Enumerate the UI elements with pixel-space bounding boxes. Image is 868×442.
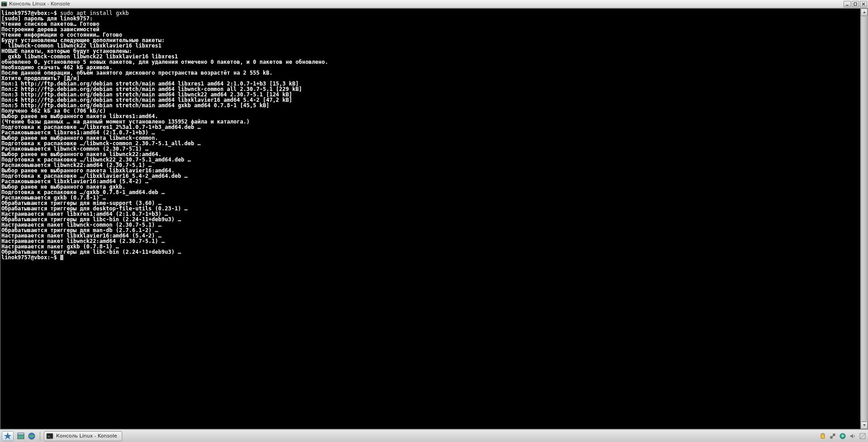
- quicklaunch: [16, 432, 36, 441]
- cursor-icon: [60, 255, 63, 260]
- prompt-path: ~: [50, 254, 53, 261]
- quicklaunch-browser-icon[interactable]: [27, 432, 36, 441]
- tray-show-desktop-icon[interactable]: [859, 432, 866, 440]
- scroll-thumb[interactable]: [861, 16, 867, 422]
- tray-network-icon[interactable]: [829, 432, 836, 440]
- taskbar-task-konsole[interactable]: >_ Консоль Linux - Konsole: [44, 431, 122, 441]
- start-button[interactable]: [2, 431, 14, 441]
- svg-text:>_: >_: [47, 435, 52, 438]
- taskbar: >_ Консоль Linux - Konsole: [0, 429, 868, 442]
- maximize-button[interactable]: [852, 1, 859, 7]
- terminal-output: [sudo] пароль для linok9757: Чтение спис…: [1, 15, 328, 255]
- quicklaunch-show-desktop-icon[interactable]: [16, 432, 25, 441]
- svg-rect-13: [833, 434, 835, 436]
- svg-rect-12: [830, 437, 832, 438]
- tray-clipboard-icon[interactable]: [819, 432, 826, 440]
- svg-rect-4: [854, 3, 857, 5]
- svg-rect-11: [822, 433, 824, 434]
- terminal[interactable]: linok9757@vbox:~$ sudo apt install gxkb …: [0, 9, 860, 429]
- scroll-down-button[interactable]: [861, 422, 868, 429]
- svg-rect-3: [846, 5, 849, 6]
- terminal-area: linok9757@vbox:~$ sudo apt install gxkb …: [0, 8, 868, 429]
- titlebar[interactable]: >_ Консоль Linux - Konsole: [0, 0, 868, 8]
- konsole-app-icon: >_: [1, 1, 7, 7]
- system-tray: [819, 432, 866, 440]
- tray-volume-icon[interactable]: [849, 432, 856, 440]
- taskbar-separator: [40, 432, 40, 441]
- prompt-dollar: $: [54, 254, 60, 261]
- konsole-task-icon: >_: [46, 432, 53, 440]
- svg-rect-6: [18, 433, 24, 435]
- close-button[interactable]: [860, 1, 867, 7]
- taskbar-task-label: Консоль Linux - Konsole: [56, 433, 117, 439]
- scrollbar[interactable]: [860, 9, 868, 429]
- konsole-window: >_ Консоль Linux - Konsole linok9757@vbo…: [0, 0, 868, 429]
- minimize-button[interactable]: [844, 1, 851, 7]
- scroll-up-button[interactable]: [861, 9, 868, 16]
- prompt-user: linok9757@vbox: [1, 254, 47, 261]
- scroll-track[interactable]: [861, 16, 868, 422]
- svg-rect-5: [18, 435, 24, 439]
- tray-updates-icon[interactable]: [839, 432, 846, 440]
- window-title: Консоль Linux - Konsole: [9, 1, 844, 7]
- svg-text:>_: >_: [2, 3, 6, 7]
